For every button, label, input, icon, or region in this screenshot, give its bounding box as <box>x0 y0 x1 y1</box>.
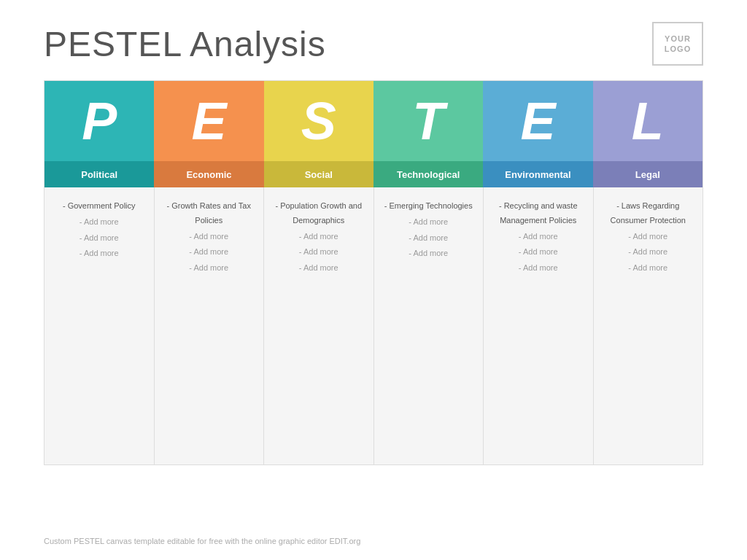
content-technological: - Emerging Technologies - Add more - Add… <box>374 187 484 464</box>
pestel-table: P E S T E L Political Economic Social Te… <box>44 80 703 465</box>
label-economic: Economic <box>154 161 263 187</box>
content-legal: - Laws Regarding Consumer Protection - A… <box>594 187 703 464</box>
logo-placeholder: YOUR LOGO <box>652 22 703 66</box>
content-row: - Government Policy - Add more - Add mor… <box>44 187 703 464</box>
label-technological: Technological <box>374 161 483 187</box>
label-legal: Legal <box>593 161 703 187</box>
content-political: - Government Policy - Add more - Add mor… <box>44 187 155 464</box>
label-row: Political Economic Social Technological … <box>44 161 703 187</box>
letter-e2: E <box>483 81 592 161</box>
label-social: Social <box>264 161 374 187</box>
footer: Custom PESTEL canvas template editable f… <box>44 537 360 545</box>
letter-row: P E S T E L <box>44 81 703 161</box>
page: PESTEL Analysis YOUR LOGO P E S T E L Po… <box>0 0 747 560</box>
label-environmental: Environmental <box>483 161 592 187</box>
letter-p: P <box>44 81 154 161</box>
content-social: - Population Growth and Demographics - A… <box>264 187 374 464</box>
content-environmental: - Recycling and waste Management Policie… <box>484 187 594 464</box>
label-political: Political <box>44 161 154 187</box>
letter-l: L <box>593 81 703 161</box>
letter-e1: E <box>154 81 263 161</box>
header: PESTEL Analysis YOUR LOGO <box>0 0 747 80</box>
page-title: PESTEL Analysis <box>44 24 326 64</box>
letter-s: S <box>264 81 374 161</box>
letter-t: T <box>374 81 483 161</box>
content-economic: - Growth Rates and Tax Policies - Add mo… <box>155 187 265 464</box>
